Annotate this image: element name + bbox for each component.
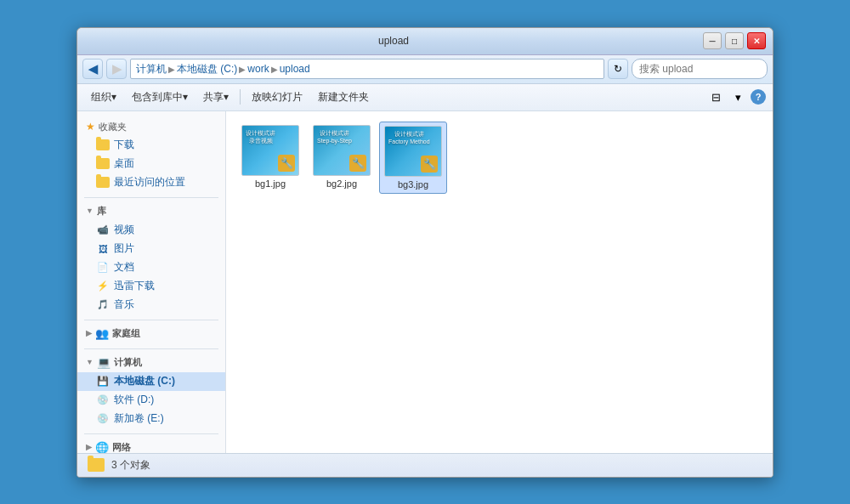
view-toggle-button[interactable]: ▾ (728, 88, 747, 105)
slideshow-button[interactable]: 放映幻灯片 (245, 88, 309, 106)
window-controls: ─ □ ✕ (703, 32, 766, 49)
thumbnail-content-bg2: 设计模式讲Step-by-Step 🔧 (314, 126, 370, 175)
sidebar-network-header: ▶ 🌐 网络 (77, 438, 225, 453)
sidebar-library-section: ▼ 库 📹 视频 🖼 图片 📄 文档 ⚡ 迅雷下载 (77, 201, 225, 314)
sidebar-item-desktop[interactable]: 桌面 (77, 155, 225, 173)
file-item-bg2[interactable]: 设计模式讲Step-by-Step 🔧 bg2.jpg (308, 122, 376, 194)
maximize-button[interactable]: □ (725, 32, 744, 49)
back-button[interactable]: ◀ (82, 59, 103, 79)
search-input[interactable] (632, 63, 768, 75)
new-folder-button[interactable]: 新建文件夹 (311, 88, 376, 106)
sidebar-item-music-label: 音乐 (114, 297, 134, 312)
thumbnail-icon-bg2: 🔧 (349, 155, 366, 172)
path-arrow-3: ▶ (271, 65, 278, 74)
path-drive[interactable]: 本地磁盘 (C:) (177, 62, 237, 76)
path-computer[interactable]: 计算机 (136, 62, 167, 76)
main-content: ★ 收藏夹 下载 桌面 最近访问的位置 (77, 111, 773, 453)
image-icon: 🖼 (96, 243, 110, 255)
view-options-button[interactable]: ⊟ (706, 88, 725, 105)
thunder-icon: ⚡ (96, 280, 110, 292)
sidebar-favorites-header: ★ 收藏夹 (77, 118, 225, 136)
document-icon: 📄 (96, 262, 110, 274)
sidebar-item-recent[interactable]: 最近访问的位置 (77, 173, 225, 192)
homegroup-arrow-icon: ▶ (86, 329, 92, 337)
status-bar: 3 个对象 (77, 453, 773, 477)
refresh-button[interactable]: ↻ (608, 59, 628, 79)
status-count: 3 个对象 (111, 458, 150, 473)
thumbnail-text-bg1: 设计模式讲录音视频 (246, 129, 275, 144)
sidebar-item-documents[interactable]: 📄 文档 (77, 258, 225, 277)
sidebar-network-label: 网络 (112, 441, 131, 453)
folder-icon (96, 158, 110, 169)
thumbnail-text-bg2: 设计模式讲Step-by-Step (317, 129, 352, 144)
drive-c-icon: 💾 (96, 376, 110, 388)
sidebar-item-music[interactable]: 🎵 音乐 (77, 296, 225, 314)
sidebar-divider-2 (84, 320, 218, 320)
file-label-bg1: bg1.jpg (240, 178, 301, 189)
computer-icon: 💻 (97, 356, 110, 369)
sidebar-item-downloads[interactable]: 下载 (77, 136, 225, 155)
sidebar-item-drive-d-label: 软件 (D:) (114, 393, 154, 407)
thumbnail-icon-bg3: 🔧 (421, 156, 438, 173)
organize-button[interactable]: 组织▾ (84, 88, 123, 106)
sidebar-library-header: ▼ 库 (77, 201, 225, 221)
minimize-button[interactable]: ─ (703, 32, 722, 49)
sidebar-divider-1 (84, 197, 218, 198)
folder-icon (96, 177, 110, 188)
computer-arrow-icon: ▼ (86, 358, 94, 366)
toolbar-right: ⊟ ▾ ? (706, 88, 766, 105)
file-label-bg2: bg2.jpg (311, 178, 372, 189)
sidebar-network-section: ▶ 🌐 网络 (77, 438, 225, 453)
address-path[interactable]: 计算机 ▶ 本地磁盘 (C:) ▶ work ▶ upload (130, 59, 604, 79)
include-library-button[interactable]: 包含到库中▾ (125, 88, 195, 106)
sidebar-item-pictures[interactable]: 🖼 图片 (77, 240, 225, 258)
close-button[interactable]: ✕ (747, 32, 766, 49)
sidebar-item-video[interactable]: 📹 视频 (77, 221, 225, 240)
file-item-bg1[interactable]: 设计模式讲录音视频 🔧 bg1.jpg (236, 122, 304, 194)
sidebar-item-downloads-label: 下载 (114, 138, 134, 152)
drive-d-icon: 💿 (96, 394, 110, 406)
titlebar: upload ─ □ ✕ (77, 28, 773, 55)
path-folder[interactable]: upload (280, 63, 310, 75)
sidebar-computer-section: ▼ 💻 计算机 💾 本地磁盘 (C:) 💿 软件 (D:) 💿 新加卷 (E:) (77, 353, 225, 428)
share-button[interactable]: 共享▾ (196, 88, 235, 106)
file-item-bg3[interactable]: 设计模式讲Factory Method 🔧 bg3.jpg (379, 122, 447, 194)
path-arrow-2: ▶ (239, 65, 246, 74)
path-work[interactable]: work (247, 63, 269, 75)
sidebar-homegroup-header: ▶ 👥 家庭组 (77, 324, 225, 343)
sidebar-item-drive-c[interactable]: 💾 本地磁盘 (C:) (77, 372, 225, 391)
file-thumbnail-bg2: 设计模式讲Step-by-Step 🔧 (313, 125, 371, 176)
sidebar-item-drive-e[interactable]: 💿 新加卷 (E:) (77, 410, 225, 428)
sidebar-favorites-label: 收藏夹 (99, 121, 127, 133)
explorer-window: upload ─ □ ✕ ◀ ▶ 计算机 ▶ 本地磁盘 (C:) ▶ work … (76, 27, 774, 478)
sidebar-item-pictures-label: 图片 (114, 241, 134, 256)
sidebar-library-label: 库 (97, 205, 106, 218)
sidebar-computer-label: 计算机 (114, 356, 142, 369)
file-thumbnail-bg3: 设计模式讲Factory Method 🔧 (384, 126, 442, 177)
thumbnail-content-bg3: 设计模式讲Factory Method 🔧 (385, 127, 441, 176)
sidebar-item-drive-d[interactable]: 💿 软件 (D:) (77, 391, 225, 410)
sidebar-item-desktop-label: 桌面 (114, 156, 134, 171)
sidebar-divider-4 (84, 433, 218, 434)
video-icon: 📹 (96, 224, 110, 236)
thumbnail-content-bg1: 设计模式讲录音视频 🔧 (242, 126, 298, 175)
star-icon: ★ (86, 121, 95, 133)
address-bar: ◀ ▶ 计算机 ▶ 本地磁盘 (C:) ▶ work ▶ upload ↻ 🔍 (77, 55, 773, 84)
sidebar-item-drive-c-label: 本地磁盘 (C:) (114, 374, 175, 388)
forward-button[interactable]: ▶ (106, 59, 127, 79)
file-area: 设计模式讲录音视频 🔧 bg1.jpg 设计模式讲Step-by-Step 🔧 (226, 111, 773, 453)
network-icon: 🌐 (95, 441, 109, 453)
sidebar-homegroup-section: ▶ 👥 家庭组 (77, 324, 225, 343)
sidebar-item-recent-label: 最近访问的位置 (114, 175, 185, 190)
music-icon: 🎵 (96, 299, 110, 311)
sidebar-item-drive-e-label: 新加卷 (E:) (114, 411, 164, 426)
sidebar: ★ 收藏夹 下载 桌面 最近访问的位置 (77, 111, 226, 453)
library-arrow-icon: ▼ (86, 207, 94, 215)
toolbar: 组织▾ 包含到库中▾ 共享▾ 放映幻灯片 新建文件夹 ⊟ ▾ ? (77, 84, 773, 111)
status-folder-icon (88, 458, 105, 472)
file-grid: 设计模式讲录音视频 🔧 bg1.jpg 设计模式讲Step-by-Step 🔧 (236, 122, 762, 194)
thumbnail-icon-bg1: 🔧 (278, 155, 295, 172)
help-button[interactable]: ? (751, 89, 766, 105)
sidebar-item-thunder[interactable]: ⚡ 迅雷下载 (77, 277, 225, 296)
sidebar-computer-header: ▼ 💻 计算机 (77, 353, 225, 372)
